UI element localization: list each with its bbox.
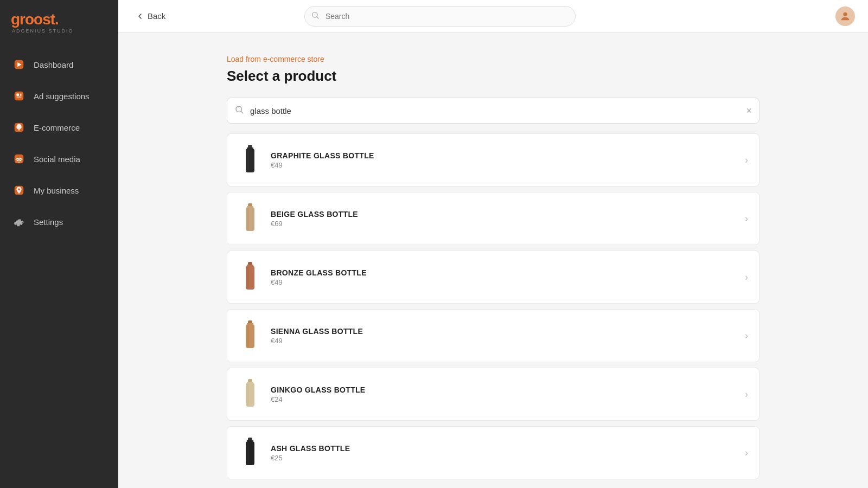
svg-rect-22 (247, 208, 249, 230)
wifi-icon (12, 152, 26, 166)
product-name: ASH GLASS BOTTLE (271, 444, 736, 453)
svg-rect-5 (20, 93, 22, 96)
chevron-right-icon: › (745, 447, 748, 459)
product-info: GINKGO GLASS BOTTLE €24 (271, 386, 736, 403)
product-thumbnail (242, 320, 258, 351)
product-thumb (238, 436, 262, 469)
tag-icon (12, 89, 26, 103)
page-title: Select a product (227, 68, 760, 85)
svg-rect-34 (247, 384, 249, 406)
product-info: BEIGE GLASS BOTTLE €69 (271, 210, 736, 228)
sidebar-item-ad-suggestions-label: Ad suggestions (34, 92, 90, 101)
product-search-input[interactable] (227, 98, 760, 124)
back-arrow-icon (136, 12, 144, 21)
svg-point-10 (18, 188, 20, 190)
chevron-right-icon: › (745, 389, 748, 400)
gear-icon (12, 215, 26, 229)
clear-search-icon[interactable]: × (746, 106, 752, 115)
product-card: GRAPHITE GLASS BOTTLE €49 › (227, 133, 760, 187)
main-content: Back Load from e-commerce store Select a… (118, 0, 868, 488)
rocket-icon (12, 120, 26, 134)
play-icon (12, 57, 26, 72)
product-thumbnail (242, 262, 258, 292)
svg-rect-18 (247, 150, 249, 171)
list-item[interactable]: ASH GLASS BOTTLE €25 › (227, 427, 759, 479)
sidebar-item-ecommerce-label: E-commerce (34, 123, 80, 132)
sidebar: groost. ADGENIUS STUDIO Dashboard (0, 0, 118, 488)
product-thumb (238, 319, 262, 352)
list-item[interactable]: BRONZE GLASS BOTTLE €49 › (227, 251, 759, 303)
sidebar-item-settings[interactable]: Settings (0, 206, 118, 237)
svg-rect-4 (16, 97, 21, 98)
sidebar-item-social-media[interactable]: Social media (0, 143, 118, 175)
page-content: Load from e-commerce store Select a prod… (118, 33, 868, 488)
avatar[interactable] (835, 7, 855, 26)
user-icon (839, 10, 851, 22)
sidebar-item-dashboard[interactable]: Dashboard (0, 49, 118, 80)
svg-rect-20 (247, 206, 253, 207)
list-item[interactable]: GINKGO GLASS BOTTLE €24 › (227, 368, 759, 420)
product-name: GINKGO GLASS BOTTLE (271, 386, 736, 394)
sidebar-item-social-media-label: Social media (34, 155, 80, 164)
search-icon (311, 11, 320, 22)
location-icon (12, 183, 26, 197)
sidebar-item-settings-label: Settings (34, 217, 63, 227)
chevron-right-icon: › (745, 155, 748, 166)
product-name: BEIGE GLASS BOTTLE (271, 210, 736, 219)
product-thumbnail (242, 203, 258, 234)
product-list: GRAPHITE GLASS BOTTLE €49 › BEIGE GLASS … (227, 133, 760, 485)
product-thumb (238, 144, 262, 176)
sidebar-item-ecommerce[interactable]: E-commerce (0, 112, 118, 143)
product-thumb (238, 261, 262, 293)
topbar-search (304, 6, 576, 27)
product-price: €25 (271, 454, 736, 462)
list-item[interactable]: SIENNA GLASS BOTTLE €49 › (227, 310, 759, 362)
list-item[interactable]: BEIGE GLASS BOTTLE €69 › (227, 192, 759, 245)
product-price: €49 (271, 161, 736, 169)
product-thumbnail (242, 379, 258, 409)
product-thumbnail (242, 438, 258, 468)
product-price: €49 (271, 337, 736, 345)
product-thumbnail (242, 145, 258, 175)
svg-point-8 (18, 162, 20, 163)
list-item[interactable]: GRAPHITE GLASS BOTTLE €49 › (227, 134, 759, 186)
product-price: €24 (271, 395, 736, 403)
topbar: Back (118, 0, 868, 33)
sidebar-item-my-business[interactable]: My business (0, 175, 118, 206)
back-button[interactable]: Back (131, 9, 170, 23)
product-search-icon (234, 105, 244, 117)
product-card: SIENNA GLASS BOTTLE €49 › (227, 309, 760, 362)
load-from-store-link[interactable]: Load from e-commerce store (227, 55, 324, 63)
product-info: SIENNA GLASS BOTTLE €49 (271, 327, 736, 345)
product-info: GRAPHITE GLASS BOTTLE €49 (271, 151, 736, 169)
product-name: GRAPHITE GLASS BOTTLE (271, 151, 736, 160)
svg-rect-24 (247, 265, 253, 266)
logo-name: groost. (11, 12, 107, 27)
sidebar-nav: Dashboard Ad suggestions (0, 43, 118, 488)
topbar-search-input[interactable] (304, 6, 576, 27)
product-name: SIENNA GLASS BOTTLE (271, 327, 736, 336)
svg-point-11 (17, 220, 21, 223)
product-card: GINKGO GLASS BOTTLE €24 › (227, 368, 760, 421)
svg-rect-30 (247, 325, 249, 347)
svg-point-13 (843, 12, 847, 16)
product-card: BEIGE GLASS BOTTLE €69 › (227, 192, 760, 245)
sidebar-item-ad-suggestions[interactable]: Ad suggestions (0, 80, 118, 112)
svg-rect-26 (247, 267, 249, 288)
back-label: Back (148, 11, 165, 21)
product-card: BRONZE GLASS BOTTLE €49 › (227, 251, 760, 304)
svg-rect-28 (247, 323, 253, 324)
product-name: BRONZE GLASS BOTTLE (271, 268, 736, 277)
product-price: €49 (271, 278, 736, 286)
svg-rect-3 (16, 93, 19, 96)
product-info: ASH GLASS BOTTLE €25 (271, 444, 736, 462)
sidebar-item-dashboard-label: Dashboard (34, 60, 73, 69)
logo-subtitle: ADGENIUS STUDIO (12, 28, 107, 34)
product-card: ASH GLASS BOTTLE €25 › (227, 426, 760, 479)
svg-rect-32 (247, 382, 253, 383)
sidebar-item-my-business-label: My business (34, 186, 79, 195)
product-search: × (227, 98, 760, 124)
product-info: BRONZE GLASS BOTTLE €49 (271, 268, 736, 286)
svg-rect-16 (247, 147, 253, 149)
svg-rect-38 (247, 442, 249, 464)
